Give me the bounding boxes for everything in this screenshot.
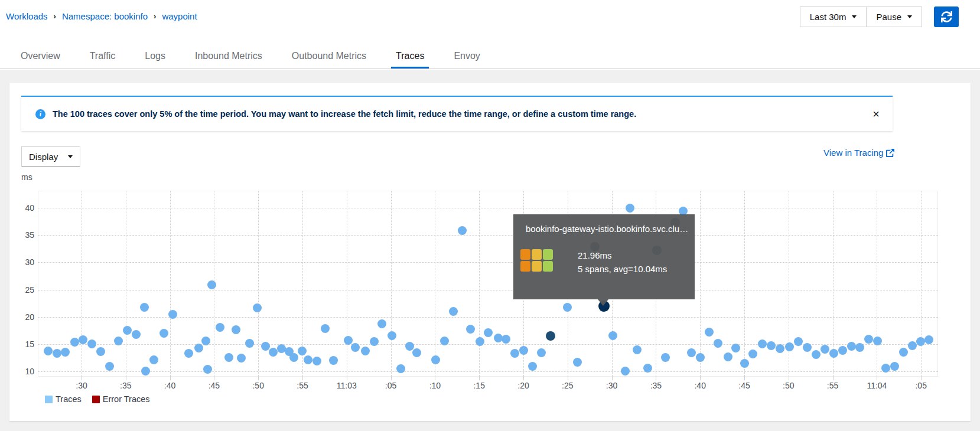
trace-point[interactable] <box>881 364 890 373</box>
x-axis-tick-mark <box>347 377 347 380</box>
traces-card <box>9 83 971 421</box>
x-axis-tick-mark <box>214 377 214 380</box>
tab-logs[interactable]: Logs <box>140 47 170 68</box>
trace-point[interactable] <box>321 324 330 333</box>
x-axis-tick-mark <box>126 377 126 380</box>
x-axis-tick-mark <box>921 377 922 380</box>
trace-point[interactable] <box>405 342 414 351</box>
trace-point[interactable] <box>812 350 821 359</box>
trace-point[interactable] <box>573 358 582 367</box>
trace-point[interactable] <box>838 346 847 355</box>
x-axis-tick-mark <box>789 377 789 380</box>
trace-point[interactable] <box>633 345 642 354</box>
trace-point[interactable] <box>847 342 856 351</box>
trace-point[interactable] <box>714 339 722 348</box>
refresh-interval-dropdown[interactable]: Pause <box>867 7 922 27</box>
breadcrumb-separator: › <box>54 12 56 21</box>
heatmap-cell <box>520 261 530 272</box>
display-dropdown-label: Display <box>29 152 58 162</box>
tab-inbound-metrics[interactable]: Inbound Metrics <box>190 47 267 68</box>
trace-point[interactable] <box>705 328 714 337</box>
tab-outbound-metrics[interactable]: Outbound Metrics <box>287 47 371 68</box>
breadcrumb-item[interactable]: Workloads <box>6 11 48 21</box>
trace-point[interactable] <box>908 341 917 350</box>
view-in-tracing-link[interactable]: View in Tracing <box>823 148 894 158</box>
trace-point[interactable] <box>61 348 70 357</box>
trace-point[interactable] <box>216 323 224 332</box>
trace-point[interactable] <box>776 344 784 353</box>
trace-point[interactable] <box>141 367 150 376</box>
trace-point[interactable] <box>361 347 370 355</box>
trace-point[interactable] <box>785 342 794 351</box>
trace-point[interactable] <box>621 367 630 376</box>
y-axis-tick-label: 15 <box>11 338 34 350</box>
x-axis-tick-label: :35 <box>104 381 148 390</box>
trace-point[interactable] <box>261 342 270 351</box>
trace-point[interactable] <box>731 344 740 352</box>
trace-point[interactable] <box>132 330 141 339</box>
trace-point[interactable] <box>829 349 838 358</box>
x-axis-tick-mark <box>877 377 877 380</box>
trace-point[interactable] <box>740 359 749 368</box>
trace-point[interactable] <box>890 362 899 371</box>
y-axis-tick-label: 20 <box>11 311 34 323</box>
trace-point[interactable] <box>899 348 908 357</box>
legend-item-error-traces[interactable]: Error Traces <box>92 394 150 404</box>
trace-point[interactable] <box>159 329 168 338</box>
x-axis-tick-label: :50 <box>236 381 280 390</box>
trace-point[interactable] <box>96 347 105 356</box>
trace-point[interactable] <box>476 337 484 346</box>
trace-point[interactable] <box>821 345 829 354</box>
alert-message: The 100 traces cover only 5% of the time… <box>53 109 636 119</box>
chevron-down-icon <box>907 15 912 18</box>
trace-point[interactable] <box>70 338 79 347</box>
y-axis-tick-label: 40 <box>11 202 34 214</box>
legend-item-traces[interactable]: Traces <box>45 394 82 404</box>
trace-point[interactable] <box>370 337 379 346</box>
trace-point[interactable] <box>232 325 240 334</box>
trace-point[interactable] <box>105 362 114 371</box>
trace-point[interactable] <box>431 355 440 364</box>
alert-close-button[interactable]: × <box>872 108 880 120</box>
trace-tooltip: bookinfo-gateway-istio.bookinfo.svc.clu…… <box>513 214 695 299</box>
trace-point[interactable] <box>803 343 812 352</box>
trace-point[interactable] <box>794 337 803 346</box>
duration-dropdown[interactable]: Last 30m <box>800 7 867 27</box>
x-gridline <box>700 191 701 377</box>
x-axis-tick-label: :45 <box>722 381 766 390</box>
trace-point[interactable] <box>329 356 338 365</box>
tab-traces[interactable]: Traces <box>391 47 429 68</box>
trace-point[interactable] <box>351 343 360 352</box>
legend-label: Error Traces <box>103 394 150 404</box>
refresh-button[interactable] <box>934 6 959 27</box>
x-axis-tick-label: :55 <box>281 381 324 390</box>
x-axis-tick-label: :05 <box>899 381 943 390</box>
x-axis-tick-label: :20 <box>502 381 545 390</box>
tab-traffic[interactable]: Traffic <box>85 47 121 68</box>
y-gridline <box>38 208 938 208</box>
trace-point[interactable] <box>563 303 572 312</box>
x-axis-tick-mark <box>833 377 834 380</box>
x-axis-tick-mark <box>479 377 480 380</box>
breadcrumb-item[interactable]: waypoint <box>162 11 197 21</box>
display-dropdown[interactable]: Display <box>21 146 80 166</box>
info-icon: i <box>35 109 45 119</box>
x-axis-tick-mark <box>258 377 259 380</box>
trace-point[interactable] <box>916 337 925 346</box>
trace-point[interactable] <box>245 339 254 348</box>
trace-point[interactable] <box>643 364 652 373</box>
breadcrumb-item[interactable]: Namespace: bookinfo <box>62 11 148 21</box>
trace-point[interactable] <box>724 352 732 361</box>
trace-point[interactable] <box>53 349 61 358</box>
trace-point[interactable] <box>184 349 193 358</box>
trace-point[interactable] <box>194 344 203 352</box>
x-axis-tick-mark <box>744 377 745 380</box>
trace-point[interactable] <box>44 347 53 355</box>
sync-icon <box>941 11 952 22</box>
tab-envoy[interactable]: Envoy <box>449 47 484 68</box>
trace-point[interactable] <box>207 280 216 289</box>
tab-overview[interactable]: Overview <box>16 47 65 68</box>
trace-point[interactable] <box>289 353 298 362</box>
trace-point[interactable] <box>696 353 705 362</box>
y-axis-tick-label: 35 <box>11 229 34 241</box>
